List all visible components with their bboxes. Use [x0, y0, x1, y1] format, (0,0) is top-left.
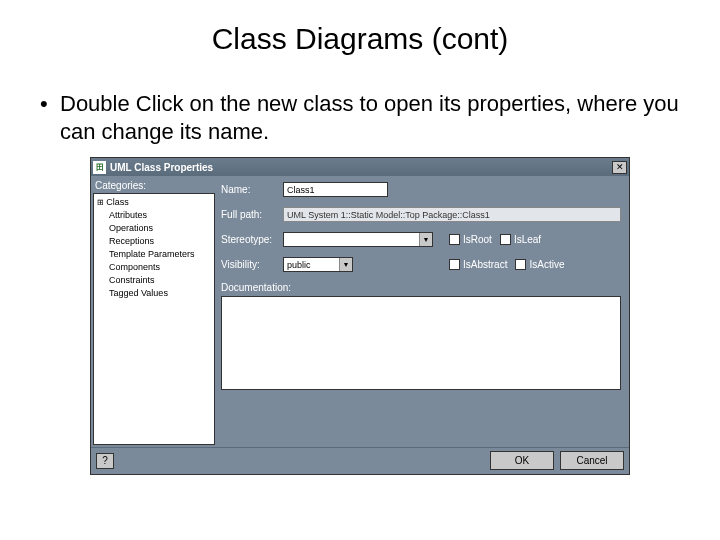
fullpath-value: UML System 1::Static Model::Top Package:… [283, 207, 621, 222]
documentation-textarea[interactable] [221, 296, 621, 390]
dialog-icon: 田 [93, 161, 106, 174]
isleaf-label: IsLeaf [514, 234, 541, 245]
isroot-checkbox[interactable] [449, 234, 460, 245]
category-item-operations[interactable]: Operations [97, 222, 211, 235]
visibility-value: public [284, 260, 339, 270]
stereotype-label: Stereotype: [221, 234, 277, 245]
cancel-button[interactable]: Cancel [560, 451, 624, 470]
visibility-label: Visibility: [221, 259, 277, 270]
isroot-label: IsRoot [463, 234, 492, 245]
category-item-components[interactable]: Components [97, 261, 211, 274]
isabstract-checkbox[interactable] [449, 259, 460, 270]
category-item-attributes[interactable]: Attributes [97, 209, 211, 222]
categories-list[interactable]: Class Attributes Operations Receptions T… [93, 193, 215, 445]
documentation-label: Documentation: [221, 282, 621, 293]
visibility-select[interactable]: public ▼ [283, 257, 353, 272]
isactive-label: IsActive [529, 259, 564, 270]
category-item-constraints[interactable]: Constraints [97, 274, 211, 287]
isactive-checkbox[interactable] [515, 259, 526, 270]
close-button[interactable]: ✕ [612, 161, 627, 174]
name-label: Name: [221, 184, 277, 195]
fullpath-label: Full path: [221, 209, 277, 220]
name-input[interactable] [283, 182, 388, 197]
properties-dialog: 田 UML Class Properties ✕ Categories: Cla… [90, 157, 630, 475]
stereotype-select[interactable]: ▼ [283, 232, 433, 247]
dialog-title: UML Class Properties [110, 162, 612, 173]
categories-label: Categories: [95, 180, 215, 191]
category-item-tagged-values[interactable]: Tagged Values [97, 287, 211, 300]
ok-button[interactable]: OK [490, 451, 554, 470]
slide-title: Class Diagrams (cont) [0, 0, 720, 56]
isabstract-label: IsAbstract [463, 259, 507, 270]
isleaf-checkbox[interactable] [500, 234, 511, 245]
slide-bullet: Double Click on the new class to open it… [40, 90, 680, 145]
dialog-titlebar: 田 UML Class Properties ✕ [91, 158, 629, 176]
help-icon[interactable]: ? [96, 453, 114, 469]
chevron-down-icon[interactable]: ▼ [339, 258, 352, 271]
category-item-class[interactable]: Class [97, 196, 211, 209]
chevron-down-icon[interactable]: ▼ [419, 233, 432, 246]
category-item-template-parameters[interactable]: Template Parameters [97, 248, 211, 261]
category-item-receptions[interactable]: Receptions [97, 235, 211, 248]
